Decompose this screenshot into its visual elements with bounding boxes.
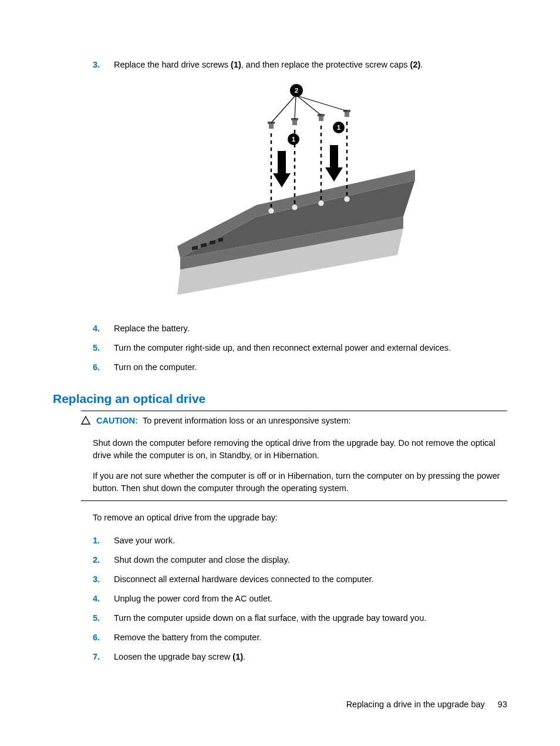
svg-marker-26 xyxy=(273,173,291,187)
svg-point-10 xyxy=(292,204,298,210)
step-5-number: 5. xyxy=(93,342,114,354)
intro-paragraph: To remove an optical drive from the upgr… xyxy=(93,512,507,524)
bstep-7: 7. Loosen the upgrade bay screw (1). xyxy=(53,651,507,663)
bstep-1-text: Save your work. xyxy=(114,535,507,547)
step-3-text: Replace the hard drive screws (1), and t… xyxy=(114,59,507,71)
step-6-text: Turn on the computer. xyxy=(114,361,507,374)
bstep-5-text: Turn the computer upside down on a flat … xyxy=(114,612,507,624)
bstep-2-number: 2. xyxy=(93,554,114,566)
page-footer: Replacing a drive in the upgrade bay 93 xyxy=(346,698,507,711)
footer-title: Replacing a drive in the upgrade bay xyxy=(346,700,485,709)
step-6: 6. Turn on the computer. xyxy=(53,361,507,374)
svg-point-12 xyxy=(344,196,350,202)
bstep-2: 2. Shut down the computer and close the … xyxy=(53,554,507,566)
caution-block: CAUTION: To prevent information loss or … xyxy=(81,411,507,501)
laptop-svg: 1 1 2 xyxy=(145,82,415,305)
step-5: 5. Turn the computer right-side up, and … xyxy=(53,342,507,354)
bstep-3-number: 3. xyxy=(93,573,114,586)
svg-text:1: 1 xyxy=(337,124,340,131)
step-3-number: 3. xyxy=(93,59,114,71)
section-heading: Replacing an optical drive xyxy=(53,390,507,408)
bstep-2-text: Shut down the computer and close the dis… xyxy=(114,554,507,566)
svg-marker-28 xyxy=(325,167,343,182)
bstep-5: 5. Turn the computer upside down on a fl… xyxy=(53,612,507,624)
svg-point-11 xyxy=(318,200,324,206)
bstep-1-number: 1. xyxy=(93,535,114,547)
bstep-4-text: Unplug the power cord from the AC outlet… xyxy=(114,593,507,605)
footer-page-number: 93 xyxy=(498,700,507,709)
step-4-text: Replace the battery. xyxy=(114,322,507,335)
bstep-4: 4. Unplug the power cord from the AC out… xyxy=(53,593,507,605)
svg-text:2: 2 xyxy=(295,87,298,94)
caution-paragraph-1: Shut down the computer before removing t… xyxy=(93,437,507,462)
bstep-3-text: Disconnect all external hardware devices… xyxy=(114,573,507,586)
bstep-3: 3. Disconnect all external hardware devi… xyxy=(53,573,507,586)
step-5-text: Turn the computer right-side up, and the… xyxy=(114,342,507,354)
step-4: 4. Replace the battery. xyxy=(53,322,507,335)
bstep-6: 6. Remove the battery from the computer. xyxy=(53,631,507,644)
caution-paragraph-2: If you are not sure whether the computer… xyxy=(93,470,507,495)
bstep-7-text: Loosen the upgrade bay screw (1). xyxy=(114,651,507,663)
bstep-6-number: 6. xyxy=(93,631,114,644)
step-6-number: 6. xyxy=(93,361,114,374)
svg-marker-35 xyxy=(82,416,90,424)
caution-first-line: To prevent information loss or an unresp… xyxy=(143,415,507,427)
step-4-number: 4. xyxy=(93,322,114,335)
svg-rect-25 xyxy=(278,151,286,174)
laptop-illustration: 1 1 2 xyxy=(53,82,507,308)
svg-rect-27 xyxy=(330,145,338,169)
svg-point-9 xyxy=(268,208,274,214)
bstep-4-number: 4. xyxy=(93,593,114,605)
bstep-7-number: 7. xyxy=(93,651,114,663)
caution-icon xyxy=(81,415,92,429)
bstep-1: 1. Save your work. xyxy=(53,535,507,547)
caution-label: CAUTION: xyxy=(96,415,138,427)
bstep-5-number: 5. xyxy=(93,612,114,624)
step-3: 3. Replace the hard drive screws (1), an… xyxy=(53,59,507,71)
bstep-6-text: Remove the battery from the computer. xyxy=(114,631,507,644)
svg-text:1: 1 xyxy=(292,136,295,143)
